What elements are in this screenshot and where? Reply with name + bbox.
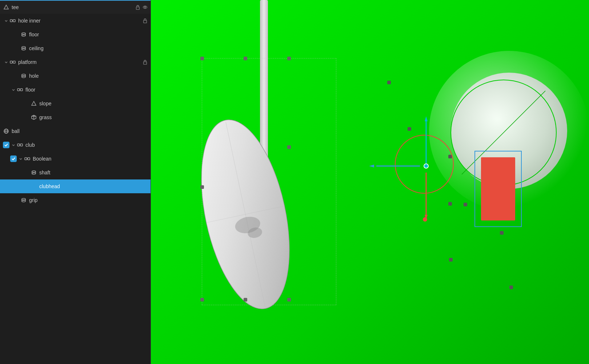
handle-right-2[interactable] xyxy=(448,202,452,206)
sphere-icon xyxy=(3,128,9,134)
tree-item-grip[interactable]: grip xyxy=(0,193,151,207)
handle-right-3[interactable] xyxy=(464,203,467,206)
cylinder-icon xyxy=(20,31,27,38)
boolean-label: Boolean xyxy=(33,156,148,162)
handle-top-shaft[interactable] xyxy=(387,81,391,84)
tree-item-tee[interactable]: tee xyxy=(0,0,151,14)
gizmo-center-dot xyxy=(424,163,429,169)
svg-marker-53 xyxy=(425,116,428,121)
group-icon xyxy=(24,155,31,162)
tree-item-shaft[interactable]: shaft xyxy=(0,166,151,179)
tree-item-hole-inner[interactable]: hole inner xyxy=(0,14,151,28)
tree-item-club[interactable]: club xyxy=(0,138,151,152)
svg-rect-18 xyxy=(144,62,147,64)
tree-item-boolean[interactable]: Boolean xyxy=(0,152,151,166)
handle-mr[interactable] xyxy=(287,145,291,149)
hole2-label: hole xyxy=(29,73,148,79)
bounding-box xyxy=(202,58,336,305)
svg-rect-0 xyxy=(136,7,140,9)
floor2-label: floor xyxy=(25,87,148,93)
gizmo-neg-y-arrow xyxy=(425,173,428,220)
handle-shaft-1[interactable] xyxy=(408,127,411,131)
eye-icon xyxy=(143,5,148,10)
group-icon xyxy=(9,17,16,24)
mesh-icon xyxy=(3,4,9,11)
svg-point-37 xyxy=(32,171,36,172)
visibility-checkbox-boolean[interactable] xyxy=(10,155,17,162)
3d-viewport[interactable] xyxy=(151,0,589,364)
lock-icon xyxy=(135,5,140,10)
cylinder-icon xyxy=(20,197,27,203)
handle-ml[interactable] xyxy=(200,185,204,189)
svg-point-22 xyxy=(22,76,25,78)
shaft-label: shaft xyxy=(39,170,148,175)
red-object xyxy=(481,157,515,221)
cylinder-icon xyxy=(20,73,27,79)
platform-label: platform xyxy=(18,59,143,65)
ball-label: ball xyxy=(12,128,148,134)
mesh-icon xyxy=(31,100,37,107)
handle-right-4[interactable] xyxy=(449,258,453,262)
svg-point-1 xyxy=(143,6,147,9)
mesh-icon-selected xyxy=(31,183,37,190)
gizmo-y-arrow xyxy=(425,116,428,163)
svg-point-40 xyxy=(32,173,36,174)
tree-item-clubhead[interactable]: clubhead xyxy=(0,179,151,193)
grass-label: grass xyxy=(39,114,148,120)
tree-item-slope[interactable]: slope xyxy=(0,97,151,110)
handle-bm[interactable] xyxy=(244,298,247,302)
scene-tree-panel: tee hole inner xyxy=(0,0,151,364)
grip-label: grip xyxy=(29,197,148,203)
hole-inner-label: hole inner xyxy=(18,18,143,24)
handle-tm[interactable] xyxy=(244,57,247,60)
tree-item-ceiling[interactable]: ceiling xyxy=(0,41,151,55)
visibility-checkbox-club[interactable] xyxy=(3,142,9,148)
svg-rect-32 xyxy=(20,144,23,146)
tee-actions xyxy=(135,5,148,10)
slope-label: slope xyxy=(39,101,148,106)
handle-far-right2[interactable] xyxy=(509,286,513,289)
svg-rect-23 xyxy=(17,89,20,91)
gizmo-x-arrow xyxy=(369,165,420,167)
chevron-icon xyxy=(3,17,9,24)
svg-rect-4 xyxy=(13,20,15,22)
selection-box xyxy=(474,151,522,227)
box-icon xyxy=(31,114,37,121)
hole-inner-actions xyxy=(143,18,148,23)
svg-rect-34 xyxy=(25,158,27,160)
svg-point-10 xyxy=(22,35,25,36)
ceiling-label: ceiling xyxy=(29,45,148,51)
handle-br[interactable] xyxy=(287,298,291,302)
tree-item-hole2[interactable]: hole xyxy=(0,69,151,83)
handle-far-right[interactable] xyxy=(500,231,504,235)
handle-tr[interactable] xyxy=(287,57,291,60)
lock-icon xyxy=(143,18,148,23)
svg-rect-16 xyxy=(13,61,15,63)
chevron-icon xyxy=(3,59,9,65)
chevron-icon xyxy=(10,86,17,93)
handle-tl[interactable] xyxy=(200,57,204,60)
svg-point-11 xyxy=(22,46,25,48)
handle-bl[interactable] xyxy=(200,298,204,302)
svg-rect-31 xyxy=(17,144,20,146)
tree-item-floor[interactable]: floor xyxy=(0,28,151,41)
cylinder-icon xyxy=(20,45,27,52)
svg-point-19 xyxy=(22,74,25,76)
tree-item-floor2[interactable]: floor xyxy=(0,83,151,97)
svg-rect-15 xyxy=(10,61,12,63)
floor-label: floor xyxy=(29,32,148,37)
svg-rect-6 xyxy=(144,20,147,23)
lock-icon xyxy=(143,60,148,65)
svg-point-2 xyxy=(144,7,146,8)
svg-point-7 xyxy=(22,33,25,34)
tree-item-ball[interactable]: ball xyxy=(0,124,151,138)
tee-label: tee xyxy=(12,4,135,10)
svg-point-41 xyxy=(22,198,25,200)
platform-actions xyxy=(143,60,148,65)
tree-item-grass[interactable]: grass xyxy=(0,110,151,124)
group-icon xyxy=(17,86,23,93)
tree-item-platform[interactable]: platform xyxy=(0,55,151,69)
svg-rect-35 xyxy=(28,158,30,160)
svg-point-44 xyxy=(22,201,25,202)
group-icon xyxy=(9,59,16,65)
